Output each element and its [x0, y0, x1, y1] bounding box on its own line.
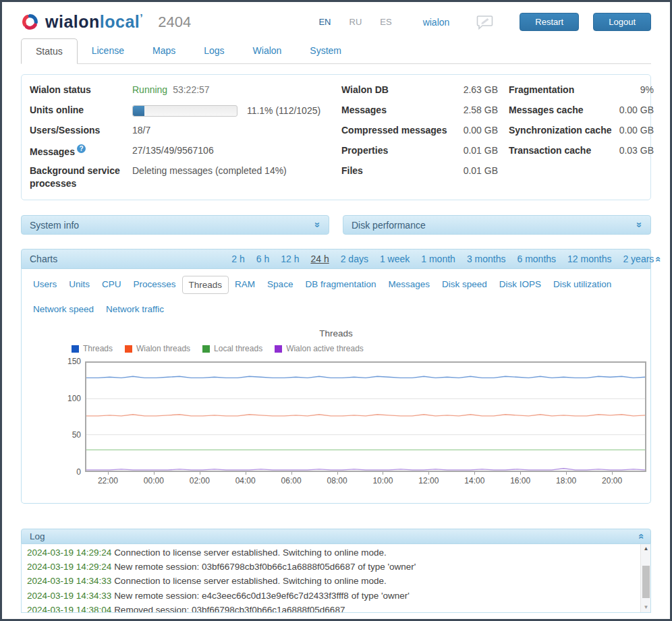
log-title: Log [30, 531, 45, 541]
chart-tab-users[interactable]: Users [27, 276, 63, 294]
wialon-status-label: Wialon status [30, 84, 132, 96]
cache-row: Synchronization cache0.00 GB [509, 124, 654, 144]
tab-license[interactable]: License [78, 38, 138, 64]
username-link[interactable]: wialon [423, 17, 450, 28]
wialon-status-row: Wialon status Running53:22:57 [30, 84, 341, 104]
chevron-up-icon[interactable]: » [634, 533, 644, 539]
chart-svg [85, 361, 646, 472]
chart-tab-cpu[interactable]: CPU [96, 276, 128, 294]
chart-tab-disk-utilization[interactable]: Disk utilization [547, 276, 617, 294]
chevron-up-icon[interactable]: » [652, 256, 662, 262]
units-online-label: Units online [30, 104, 132, 117]
charts-panel-header[interactable]: Charts 2 h 6 h 12 h 24 h 2 days 1 week 1… [21, 249, 651, 269]
restart-button[interactable]: Restart [520, 13, 579, 31]
chart-tab-threads[interactable]: Threads [182, 276, 229, 294]
range-2days[interactable]: 2 days [341, 254, 368, 264]
status-panel: Wialon status Running53:22:57 Units onli… [21, 74, 651, 200]
language-ru[interactable]: RU [349, 17, 362, 27]
units-online-row: Units online 11.1% (112/1025) [30, 104, 341, 124]
status-column-db: Wialon DB2.63 GB Messages2.58 GB Compres… [341, 84, 509, 190]
header-actions: EN RU ES wialon Restart Logout [300, 13, 651, 31]
users-sessions-row: Users/Sessions 18/7 [30, 124, 341, 144]
chart-tab-disk-speed[interactable]: Disk speed [436, 276, 493, 294]
tab-status[interactable]: Status [21, 38, 78, 64]
units-online-progress-fill [133, 106, 144, 116]
cache-row: Transaction cache0.03 GB [509, 144, 654, 165]
system-info-panel-header[interactable]: System info » [21, 215, 329, 235]
units-online-text: 11.1% (112/1025) [247, 105, 320, 116]
legend-item: Wialon active threads [275, 344, 364, 353]
chart-tab-ram[interactable]: RAM [229, 276, 261, 294]
log-entry: 2024-03-19 14:34:33 New remote session: … [27, 589, 637, 603]
range-6h[interactable]: 6 h [256, 254, 269, 264]
collapsed-panels: System info » Disk performance » [21, 215, 651, 235]
chart-tab-space[interactable]: Space [261, 276, 299, 294]
help-icon[interactable]: ? [77, 144, 86, 153]
legend-swatch-wialon-active-threads [275, 345, 282, 353]
log-entry: 2024-03-19 14:34:33 Connection to licens… [27, 574, 637, 588]
chart-plot-area: 050100150 22:0000:0002:0004:0006:0008:00… [85, 361, 646, 475]
range-12h[interactable]: 12 h [281, 254, 299, 264]
scrollbar-thumb[interactable] [642, 566, 650, 598]
charts-panel-body: Users Units CPU Processes Threads RAM Sp… [21, 269, 651, 504]
chart-tab-network-traffic[interactable]: Network traffic [100, 301, 170, 318]
range-3months[interactable]: 3 months [467, 254, 506, 264]
cache-row: Messages cache0.00 GB [509, 104, 654, 124]
main-tabs: Status License Maps Logs Wialon System [21, 38, 651, 64]
language-en[interactable]: EN [318, 17, 331, 27]
db-row: Properties0.01 GB [341, 144, 498, 165]
background-processes-label: Background service processes [30, 165, 132, 190]
units-online-progressbar [132, 105, 237, 117]
tab-maps[interactable]: Maps [138, 38, 190, 64]
tab-system[interactable]: System [296, 38, 356, 64]
brand-mark: ʼ [140, 12, 143, 24]
log-entry: 2024-03-19 14:29:24 Connection to licens… [27, 545, 637, 560]
chart-tab-processes[interactable]: Processes [128, 276, 182, 294]
tab-logs[interactable]: Logs [190, 38, 238, 64]
log-entry: 2024-03-19 14:29:24 New remote session: … [27, 560, 637, 574]
scrollbar-up-arrow-icon[interactable]: ▲ [641, 544, 651, 554]
db-row: Wialon DB2.63 GB [341, 84, 498, 104]
users-sessions-label: Users/Sessions [30, 124, 132, 137]
disk-performance-panel-header[interactable]: Disk performance » [343, 215, 651, 235]
chevron-down-icon[interactable]: » [312, 222, 323, 227]
legend-item: Wialon threads [125, 344, 190, 353]
tab-wialon[interactable]: Wialon [239, 38, 296, 64]
page: wialonlocalʼ 2404 EN RU ES wialon Restar… [2, 2, 670, 613]
range-12months[interactable]: 12 months [567, 254, 611, 264]
logo: wialonlocalʼ 2404 [21, 12, 191, 32]
background-processes-value: Deleting messages (completed 14%) [132, 165, 287, 177]
feedback-icon[interactable] [476, 14, 494, 30]
chart-tab-messages[interactable]: Messages [382, 276, 436, 294]
charts-title: Charts [30, 254, 57, 264]
background-processes-row: Background service processes Deleting me… [30, 165, 341, 190]
range-1week[interactable]: 1 week [380, 254, 410, 264]
range-24h[interactable]: 24 h [310, 254, 329, 264]
time-range-links: 2 h 6 h 12 h 24 h 2 days 1 week 1 month … [231, 254, 654, 264]
chart-tab-units[interactable]: Units [63, 276, 96, 294]
legend-swatch-wialon-threads [125, 345, 132, 353]
messages-value: 27/135/49/9567106 [132, 144, 214, 157]
chart-tab-disk-iops[interactable]: Disk IOPS [493, 276, 547, 294]
chart-tab-network-speed[interactable]: Network speed [27, 301, 100, 318]
logout-button[interactable]: Logout [593, 13, 651, 31]
log-panel-header[interactable]: Log » [21, 529, 651, 544]
wialon-logo-icon [21, 13, 39, 31]
chart-tab-db-fragmentation[interactable]: DB fragmentation [299, 276, 382, 294]
range-1month[interactable]: 1 month [421, 254, 455, 264]
log-scrollbar[interactable]: ▲ ▼ [640, 544, 650, 612]
range-2years[interactable]: 2 years [623, 254, 654, 264]
wialon-status-value: Running [132, 84, 167, 95]
uptime-value: 53:22:57 [173, 84, 210, 95]
language-es[interactable]: ES [380, 17, 391, 27]
disk-performance-title: Disk performance [352, 220, 426, 231]
db-row: Files0.01 GB [341, 165, 498, 185]
chart-legend: Threads Wialon threads Local threads Wia… [72, 344, 650, 353]
range-6months[interactable]: 6 months [517, 254, 556, 264]
messages-row: Messages? 27/135/49/9567106 [30, 144, 341, 165]
status-column-cache: Fragmentation9% Messages cache0.00 GB Sy… [509, 84, 654, 190]
status-column-general: Wialon status Running53:22:57 Units onli… [30, 84, 341, 190]
chevron-down-icon[interactable]: » [634, 222, 644, 227]
scrollbar-down-arrow-icon[interactable]: ▼ [641, 603, 651, 612]
range-2h[interactable]: 2 h [231, 254, 244, 264]
